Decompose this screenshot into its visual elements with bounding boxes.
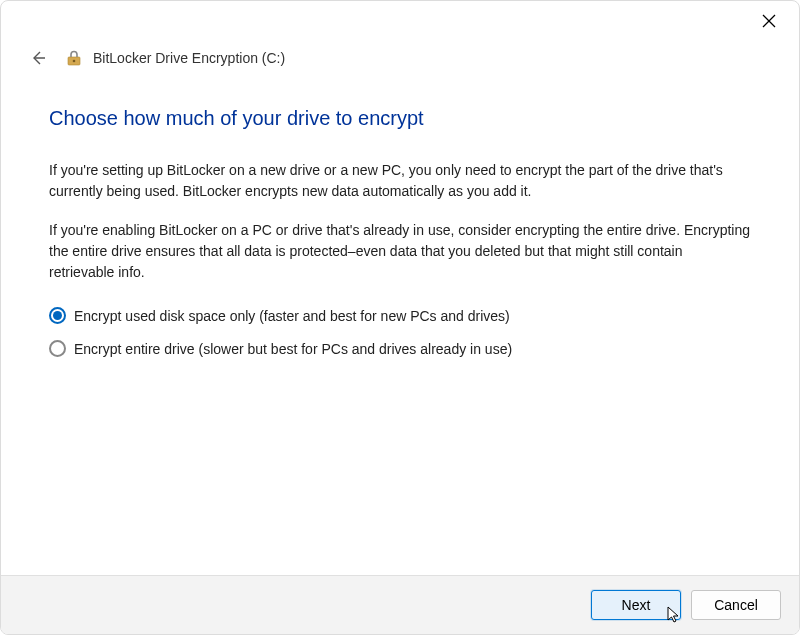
close-icon [762, 14, 776, 28]
main-content: Choose how much of your drive to encrypt… [1, 79, 799, 383]
radio-label-entire-drive: Encrypt entire drive (slower but best fo… [74, 341, 512, 357]
description-paragraph-2: If you're enabling BitLocker on a PC or … [49, 220, 751, 283]
cancel-button[interactable]: Cancel [691, 590, 781, 620]
back-button[interactable] [27, 47, 49, 69]
window-title: BitLocker Drive Encryption (C:) [93, 50, 285, 66]
next-button[interactable]: Next [591, 590, 681, 620]
cursor-icon [666, 605, 682, 623]
radio-button-icon [49, 340, 66, 357]
bitlocker-icon [65, 49, 83, 67]
radio-label-used-space: Encrypt used disk space only (faster and… [74, 308, 510, 324]
radio-button-icon [49, 307, 66, 324]
close-button[interactable] [753, 5, 785, 37]
next-button-label: Next [622, 597, 651, 613]
radio-encrypt-entire-drive[interactable]: Encrypt entire drive (slower but best fo… [49, 340, 751, 357]
radio-encrypt-used-space[interactable]: Encrypt used disk space only (faster and… [49, 307, 751, 324]
description-paragraph-1: If you're setting up BitLocker on a new … [49, 160, 751, 202]
wizard-footer: Next Cancel [1, 575, 799, 634]
wizard-header: BitLocker Drive Encryption (C:) [1, 41, 799, 79]
svg-point-4 [73, 60, 76, 63]
encryption-options: Encrypt used disk space only (faster and… [49, 307, 751, 357]
page-heading: Choose how much of your drive to encrypt [49, 107, 751, 130]
titlebar [1, 1, 799, 41]
back-arrow-icon [29, 49, 47, 67]
